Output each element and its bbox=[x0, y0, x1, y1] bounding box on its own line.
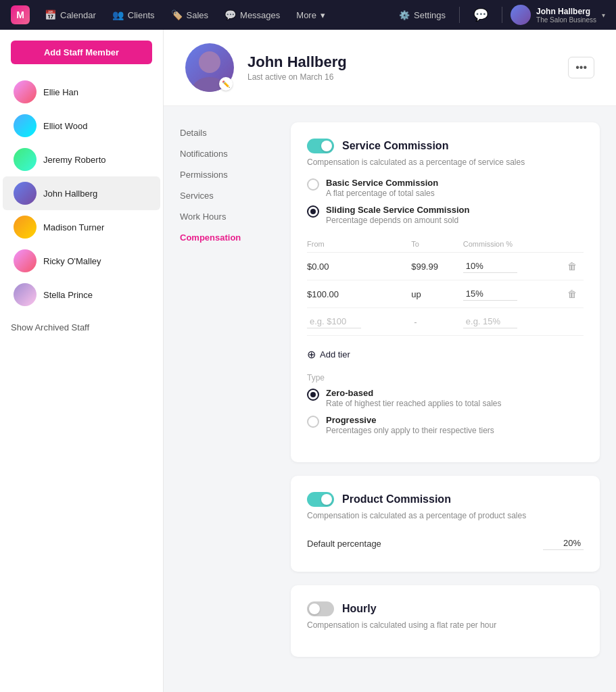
sales-icon: 🏷️ bbox=[171, 9, 183, 20]
hourly-toggle[interactable] bbox=[307, 601, 334, 616]
staff-item-ricky-omalley[interactable]: Ricky O'Malley bbox=[3, 244, 160, 278]
staff-list: Ellie Han Elliot Wood Jeremy Roberto Joh… bbox=[0, 75, 163, 312]
staff-item-madison-turner[interactable]: Madison Turner bbox=[3, 210, 160, 244]
clients-icon: 👥 bbox=[112, 9, 124, 20]
tier-from-1: $0.00 bbox=[307, 253, 411, 280]
basic-commission-desc: A flat percentage of total sales bbox=[326, 189, 438, 198]
service-commission-toggle[interactable] bbox=[307, 139, 334, 153]
show-archived-button[interactable]: Show Archived Staff bbox=[0, 314, 163, 341]
sliding-commission-desc: Percentage depends on amount sold bbox=[326, 216, 469, 225]
profile-edit-icon[interactable]: ✏️ bbox=[219, 77, 233, 91]
nav-settings[interactable]: ⚙️ Settings bbox=[394, 7, 451, 23]
nav-calendar-label: Calendar bbox=[60, 10, 96, 20]
messages-icon: 💬 bbox=[224, 9, 236, 20]
nav-notifications[interactable]: Notifications bbox=[180, 143, 275, 164]
profile-menu-button[interactable]: ••• bbox=[568, 57, 594, 78]
nav-details[interactable]: Details bbox=[180, 122, 275, 143]
profile-last-active: Last active on March 16 bbox=[247, 72, 554, 82]
add-tier-label: Add tier bbox=[320, 349, 350, 360]
basic-commission-option[interactable]: Basic Service Commission A flat percenta… bbox=[307, 178, 584, 198]
commission-type-radio-group: Basic Service Commission A flat percenta… bbox=[307, 178, 584, 225]
tier-commission-header: Commission % bbox=[463, 236, 567, 253]
hourly-header: Hourly bbox=[307, 601, 584, 616]
profile-header: ✏️ John Hallberg Last active on March 16… bbox=[164, 30, 616, 106]
nav-messages[interactable]: 💬 Messages bbox=[218, 5, 287, 24]
zero-based-radio bbox=[307, 389, 319, 401]
progressive-label: Progressive bbox=[326, 415, 494, 425]
progressive-desc: Percentages only apply to their respecti… bbox=[326, 426, 494, 435]
user-subtitle: The Salon Business bbox=[536, 16, 596, 24]
tier-row-new: - bbox=[307, 308, 584, 336]
tier-commission-input-1[interactable] bbox=[463, 260, 517, 273]
avatar bbox=[14, 80, 37, 103]
nav-messages-label: Messages bbox=[240, 10, 280, 20]
avatar bbox=[14, 249, 37, 272]
nav-settings-label: Settings bbox=[414, 10, 446, 20]
zero-based-option[interactable]: Zero-based Rate of highest tier reached … bbox=[307, 388, 584, 408]
user-name: John Hallberg bbox=[536, 7, 596, 16]
user-menu[interactable]: John Hallberg The Salon Business ▾ bbox=[511, 5, 605, 25]
product-commission-desc: Compensation is calculated as a percenta… bbox=[307, 511, 584, 520]
app-logo[interactable]: M bbox=[11, 5, 30, 24]
product-commission-toggle[interactable] bbox=[307, 492, 334, 507]
staff-name: Ricky O'Malley bbox=[43, 256, 101, 266]
nav-compensation[interactable]: Compensation bbox=[180, 227, 275, 248]
tier-to-2: up bbox=[411, 280, 463, 308]
toggle-thumb bbox=[321, 494, 332, 505]
profile-avatar-wrap: ✏️ bbox=[185, 43, 234, 92]
profile-info: John Hallberg Last active on March 16 bbox=[247, 53, 554, 82]
tier-from-2: $100.00 bbox=[307, 280, 411, 308]
progressive-option[interactable]: Progressive Percentages only apply to th… bbox=[307, 415, 584, 435]
sliding-commission-option[interactable]: Sliding Scale Service Commission Percent… bbox=[307, 205, 584, 225]
type-section-label: Type bbox=[307, 373, 584, 382]
delete-tier-2-icon[interactable]: 🗑 bbox=[567, 289, 577, 299]
avatar bbox=[14, 148, 37, 171]
add-staff-button[interactable]: Add Staff Member bbox=[11, 41, 152, 64]
tier-commission-input-2[interactable] bbox=[463, 287, 517, 301]
nav-sales[interactable]: 🏷️ Sales bbox=[164, 5, 216, 24]
default-percentage-input[interactable] bbox=[543, 537, 584, 550]
service-commission-title: Service Commission bbox=[342, 140, 448, 152]
add-tier-button[interactable]: ⊕ Add tier bbox=[307, 344, 350, 365]
toggle-thumb bbox=[309, 603, 320, 614]
tier-commission-new-input[interactable] bbox=[463, 315, 517, 328]
delete-tier-1-icon[interactable]: 🗑 bbox=[567, 261, 577, 272]
avatar bbox=[14, 283, 37, 306]
avatar bbox=[14, 114, 37, 137]
tier-from-new-input[interactable] bbox=[307, 315, 361, 328]
sliding-commission-label: Sliding Scale Service Commission bbox=[326, 205, 469, 215]
basic-commission-radio bbox=[307, 178, 319, 191]
nav-clients-label: Clients bbox=[128, 10, 155, 20]
nav-more[interactable]: More ▾ bbox=[289, 6, 332, 24]
nav-permissions[interactable]: Permissions bbox=[180, 164, 275, 185]
zero-based-label: Zero-based bbox=[326, 388, 502, 398]
tier-row-2: $100.00 up 🗑 bbox=[307, 280, 584, 308]
service-commission-header: Service Commission bbox=[307, 139, 584, 153]
nav-chat-button[interactable]: 💬 bbox=[468, 5, 494, 25]
staff-item-elliot-wood[interactable]: Elliot Wood bbox=[3, 109, 160, 143]
nav-clients[interactable]: 👥 Clients bbox=[105, 5, 162, 24]
product-commission-title: Product Commission bbox=[342, 493, 451, 505]
svg-point-0 bbox=[199, 51, 220, 73]
top-navigation: M 📅 Calendar 👥 Clients 🏷️ Sales 💬 Messag… bbox=[0, 0, 616, 30]
staff-item-john-hallberg[interactable]: John Hallberg bbox=[3, 176, 160, 210]
staff-item-jeremy-roberto[interactable]: Jeremy Roberto bbox=[3, 143, 160, 176]
toggle-thumb bbox=[321, 141, 332, 151]
staff-name: John Hallberg bbox=[43, 189, 97, 199]
nav-services[interactable]: Services bbox=[180, 185, 275, 206]
nav-calendar[interactable]: 📅 Calendar bbox=[38, 5, 103, 24]
staff-name: Jeremy Roberto bbox=[43, 155, 105, 165]
product-commission-header: Product Commission bbox=[307, 492, 584, 507]
staff-item-stella-prince[interactable]: Stella Prince bbox=[3, 278, 160, 312]
nav-work-hours[interactable]: Work Hours bbox=[180, 206, 275, 227]
product-commission-card: Product Commission Compensation is calcu… bbox=[291, 476, 600, 572]
basic-commission-label: Basic Service Commission bbox=[326, 178, 438, 188]
tier-row-1: $0.00 $99.99 🗑 bbox=[307, 253, 584, 280]
service-commission-desc: Compensation is calculated as a percenta… bbox=[307, 157, 584, 167]
tier-from-header: From bbox=[307, 236, 411, 253]
tier-table: From To Commission % $0.00 $99.99 bbox=[307, 236, 584, 336]
user-avatar bbox=[511, 5, 531, 25]
default-percentage-row: Default percentage bbox=[307, 531, 584, 555]
staff-item-ellie-han[interactable]: Ellie Han bbox=[3, 75, 160, 109]
avatar bbox=[14, 216, 37, 239]
